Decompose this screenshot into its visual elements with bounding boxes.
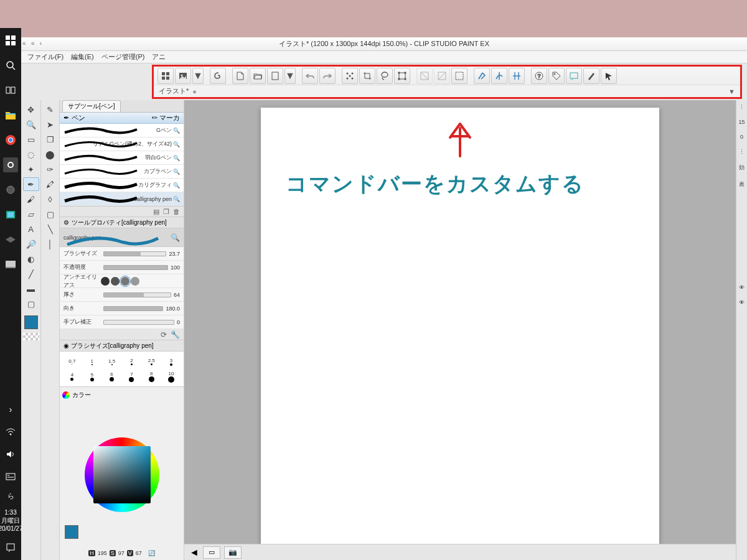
brush-size-cell[interactable]: 5: [83, 372, 101, 381]
color-cycle-icon[interactable]: 🔄: [148, 550, 155, 556]
cmd-help-icon[interactable]: ?: [531, 68, 547, 84]
tool-operation-icon[interactable]: ▭: [23, 133, 39, 146]
right-eye-icon[interactable]: 👁: [739, 284, 745, 291]
brush-size-cell[interactable]: 10: [162, 371, 180, 383]
tool-gradient-icon[interactable]: ◐: [23, 252, 39, 266]
right-val2[interactable]: 0: [740, 134, 743, 140]
cmd-undo-icon[interactable]: [302, 68, 318, 84]
cmd-clipstudio-icon[interactable]: [157, 68, 174, 84]
cmd-tone-icon[interactable]: [434, 68, 450, 84]
marker-group-icon[interactable]: ✏ マーカ: [152, 113, 180, 123]
cmd-dialog-icon[interactable]: [566, 68, 582, 84]
brush-size-cell[interactable]: 6: [103, 371, 121, 381]
app-icon-3[interactable]: [3, 232, 18, 247]
cmd-snap-grid-icon[interactable]: [509, 68, 525, 84]
tool-pen-icon[interactable]: ✒: [23, 177, 39, 191]
right-handle2-icon[interactable]: ⋮: [739, 149, 745, 155]
brush-size-cell[interactable]: 7: [123, 371, 140, 382]
cmd-pen-icon[interactable]: [583, 68, 599, 84]
document-tab-dropdown-icon[interactable]: ▼: [728, 88, 735, 95]
chrome-icon[interactable]: [3, 133, 18, 147]
tool2-ruler-icon[interactable]: ╲: [42, 222, 59, 236]
brush-item[interactable]: Gペン🔍: [60, 124, 184, 138]
brush-size-cell[interactable]: 3: [162, 358, 180, 366]
expand-icon[interactable]: ›: [3, 402, 18, 417]
subtool-trash-icon[interactable]: 🗑: [173, 208, 180, 215]
app-icon-4[interactable]: [3, 257, 18, 272]
canvas-viewport[interactable]: コマンドバーをカスタムする: [184, 100, 736, 544]
foreground-color-swatch[interactable]: [24, 315, 38, 329]
app-icon-1[interactable]: [3, 182, 18, 197]
taskbar-himode[interactable]: ら: [7, 492, 14, 501]
brush-size-cell[interactable]: 0.7: [63, 358, 81, 365]
tool-brush-icon[interactable]: 🖌: [23, 192, 39, 206]
tool2-rect-icon[interactable]: ▢: [42, 207, 59, 221]
brush-size-cell[interactable]: 4: [63, 372, 81, 381]
panel-collapse-handles[interactable]: « « ‹: [22, 40, 42, 47]
prop-antialias[interactable]: アンチエイリアス: [60, 274, 184, 288]
tool2-pen-icon[interactable]: ✎: [42, 103, 59, 116]
tool2-nib-icon[interactable]: ✑: [42, 162, 59, 176]
canvas-scroll-left-icon[interactable]: ◄: [189, 547, 199, 558]
cmd-spiral-icon[interactable]: [210, 68, 226, 84]
cmd-snap-special-icon[interactable]: [491, 68, 507, 84]
canvas-page[interactable]: コマンドバーをカスタムする: [261, 108, 659, 544]
wifi-icon[interactable]: [3, 424, 18, 439]
tp-reset-icon[interactable]: ⟳: [161, 330, 167, 339]
timeline-camera-icon[interactable]: 📷: [224, 546, 242, 559]
cmd-assets-icon[interactable]: [175, 68, 191, 84]
prop-direction[interactable]: 向き180.0: [60, 302, 184, 315]
timeline-frame-icon[interactable]: ▭: [203, 546, 220, 559]
notification-icon[interactable]: [3, 540, 18, 555]
cmd-lasso-icon[interactable]: [377, 68, 393, 84]
tp-wrench-icon[interactable]: 🔧: [171, 330, 180, 339]
brush-size-cell[interactable]: 1.5: [103, 358, 121, 365]
brush-size-cell[interactable]: 2.5: [143, 358, 160, 365]
transparent-swatch[interactable]: [23, 333, 39, 340]
preview-zoom-icon[interactable]: 🔍: [171, 233, 180, 242]
tool-marquee-icon[interactable]: ◌: [23, 147, 39, 161]
clipstudio-icon[interactable]: [3, 157, 18, 172]
tool2-line-icon[interactable]: │: [42, 237, 59, 251]
brush-item[interactable]: calligraphy pen🔍: [60, 192, 184, 206]
brush-size-cell[interactable]: 8: [143, 371, 160, 382]
subtool-copy-icon[interactable]: ❐: [163, 208, 169, 216]
cmd-page-icon[interactable]: [267, 68, 283, 84]
cmd-tone-off-icon[interactable]: [416, 68, 433, 84]
tool-move-icon[interactable]: ✥: [23, 103, 39, 116]
tool-frame-icon[interactable]: ▢: [23, 297, 39, 310]
brush-item[interactable]: リアルGペン(硬め2、サイズ42)🔍: [60, 138, 184, 151]
cmd-redo-icon[interactable]: [319, 68, 336, 84]
cmd-select-icon[interactable]: [451, 68, 467, 84]
brush-item[interactable]: カブラペン🔍: [60, 165, 184, 179]
start-icon[interactable]: [3, 33, 18, 48]
subtool-tab[interactable]: サブツール[ペン]: [62, 100, 121, 112]
right-label-2[interactable]: 表: [739, 180, 745, 189]
cmd-transform-icon[interactable]: [394, 68, 410, 84]
tool2-balloon-icon[interactable]: ◊: [42, 192, 59, 206]
document-tab-name[interactable]: イラスト*: [159, 86, 189, 96]
tool-fill-icon[interactable]: ▬: [23, 282, 39, 296]
color-wheel[interactable]: [85, 437, 159, 512]
cmd-clear-icon[interactable]: [342, 68, 358, 84]
subtool-group-pen[interactable]: ✒ ペン ✏ マーカ: [60, 113, 184, 124]
tool-text-icon[interactable]: A: [23, 222, 39, 236]
taskbar-clock[interactable]: 1:33 月曜日 20/01/27: [0, 508, 22, 533]
cmd-tag-icon[interactable]: [548, 68, 565, 84]
cmd-crop-icon[interactable]: [359, 68, 375, 84]
explorer-icon[interactable]: [3, 108, 18, 123]
brush-item[interactable]: カリグラフィ🔍: [60, 179, 184, 192]
volume-icon[interactable]: [3, 447, 18, 462]
search-icon[interactable]: [3, 58, 18, 73]
brush-item[interactable]: 羽白Gペン🔍: [60, 151, 184, 165]
prop-brush-size[interactable]: ブラシサイズ23.7: [60, 247, 184, 261]
menu-file[interactable]: ファイル(F): [25, 51, 66, 63]
menu-edit[interactable]: 編集(E): [68, 51, 96, 63]
ime-icon[interactable]: [3, 469, 18, 484]
tool2-layer-icon[interactable]: ❐: [42, 133, 59, 146]
right-label-1[interactable]: 効: [739, 164, 745, 172]
brush-size-cell[interactable]: 1: [83, 358, 101, 365]
cmd-snap-ruler-icon[interactable]: [474, 68, 490, 84]
cmd-cursor-icon[interactable]: [601, 68, 617, 84]
tool-zoom-icon[interactable]: 🔍: [23, 118, 39, 131]
